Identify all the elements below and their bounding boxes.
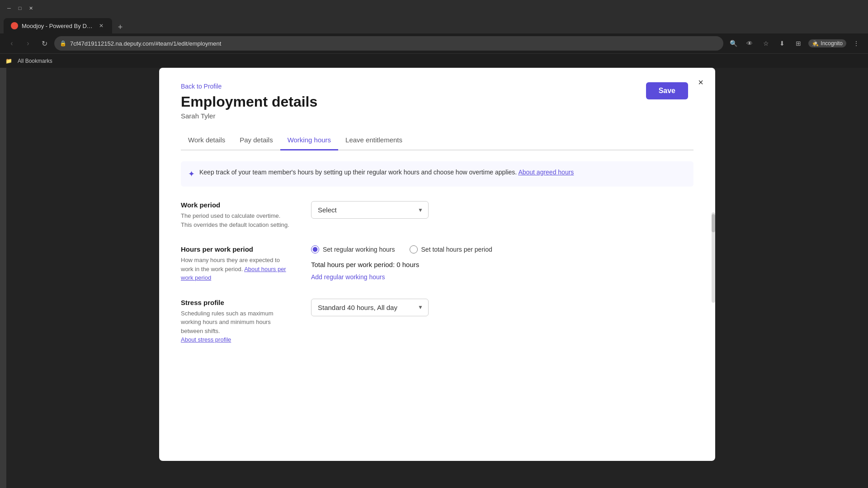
hours-per-period-control-col: Set regular working hours Set total hour… [311,245,693,282]
about-agreed-hours-link[interactable]: About agreed hours [518,169,574,176]
info-sparkle-icon: ✦ [188,168,195,180]
incognito-icon: 🕵 [812,40,819,47]
work-period-desc: The period used to calculate overtime. T… [181,211,289,229]
stress-profile-row: Stress profile Scheduling rules such as … [181,299,693,344]
about-stress-profile-link[interactable]: About stress profile [181,336,231,343]
work-period-row: Work period The period used to calculate… [181,201,693,229]
add-regular-working-hours-link[interactable]: Add regular working hours [311,273,385,281]
nav-icons: 🔍 👁 ☆ ⬇ ⊞ 🕵 Incognito ⋮ [727,37,863,50]
set-regular-hours-label: Set regular working hours [323,246,395,253]
work-period-label: Work period [181,201,289,209]
work-period-select[interactable]: Select Weekly Fortnightly Monthly [311,201,429,219]
hours-per-period-label-col: Hours per work period How many hours the… [181,245,289,282]
tab-leave-entitlements[interactable]: Leave entitlements [338,131,410,150]
scrollbar-thumb[interactable] [712,214,715,232]
tabs-container: Work details Pay details Working hours L… [181,131,693,150]
modal-overlay: × Back to Profile Employment details Sar… [6,68,868,488]
stress-profile-label-col: Stress profile Scheduling rules such as … [181,299,289,344]
bookmark-star-button[interactable]: ☆ [760,37,772,50]
work-period-select-wrapper: Select Weekly Fortnightly Monthly ▼ [311,201,429,219]
browser-tab-active[interactable]: Moodjoy - Powered By Deputy ✕ [4,18,112,33]
employment-details-modal: × Back to Profile Employment details Sar… [159,68,715,461]
tab-title: Moodjoy - Powered By Deputy [22,23,94,29]
maximize-button[interactable]: □ [16,5,24,12]
back-to-profile-link[interactable]: Back to Profile [181,83,222,90]
extension-button[interactable]: ⊞ [792,37,805,50]
window-controls[interactable]: ─ □ ✕ [5,5,34,12]
new-tab-button[interactable]: + [114,21,127,33]
hours-per-period-row: Hours per work period How many hours the… [181,245,693,282]
set-regular-hours-option[interactable]: Set regular working hours [311,245,395,253]
stress-profile-label: Stress profile [181,299,289,306]
close-window-button[interactable]: ✕ [27,5,34,12]
reader-mode-button[interactable]: 👁 [743,37,756,50]
stress-profile-select[interactable]: Standard 40 hours, All day Custom [311,299,429,316]
work-period-control-col: Select Weekly Fortnightly Monthly ▼ [311,201,693,229]
search-button[interactable]: 🔍 [727,37,740,50]
total-hours-summary: Total hours per work period: 0 hours [311,261,693,268]
bookmarks-all-label[interactable]: All Bookmarks [18,58,52,64]
set-total-hours-option[interactable]: Set total hours per period [410,245,492,253]
bookmarks-folder-icon: 📁 [5,58,12,64]
tab-close-button[interactable]: ✕ [98,22,105,29]
forward-button[interactable]: › [22,37,34,50]
scrollbar[interactable] [712,212,715,303]
menu-button[interactable]: ⋮ [850,37,863,50]
stress-profile-desc: Scheduling rules such as maximum working… [181,309,289,344]
tab-work-details[interactable]: Work details [181,131,232,150]
incognito-badge[interactable]: 🕵 Incognito [808,39,846,47]
tab-bar: Moodjoy - Powered By Deputy ✕ + [0,16,868,33]
refresh-button[interactable]: ↻ [38,37,51,50]
nav-bar: ‹ › ↻ 🔒 7cf47d19112152.na.deputy.com/#te… [0,33,868,53]
hours-type-radio-group: Set regular working hours Set total hour… [311,245,693,253]
stress-profile-control-col: Standard 40 hours, All day Custom ▼ [311,299,693,344]
set-total-hours-label: Set total hours per period [421,246,492,253]
address-bar[interactable]: 🔒 7cf47d19112152.na.deputy.com/#team/1/e… [54,36,723,51]
info-box-text: Keep track of your team member's hours b… [199,168,574,177]
work-period-label-col: Work period The period used to calculate… [181,201,289,229]
set-regular-hours-radio[interactable] [311,245,319,253]
tab-favicon [11,22,18,29]
hours-per-period-desc: How many hours they are expected to work… [181,256,289,282]
back-button[interactable]: ‹ [5,37,18,50]
modal-close-button[interactable]: × [693,75,708,89]
minimize-button[interactable]: ─ [5,5,13,12]
url-text: 7cf47d19112152.na.deputy.com/#team/1/edi… [70,40,718,47]
browser-chrome: ─ □ ✕ Moodjoy - Powered By Deputy ✕ + ‹ … [0,0,868,68]
hours-per-period-label: Hours per work period [181,245,289,253]
modal-title: Employment details [181,94,693,110]
set-total-hours-radio[interactable] [410,245,418,253]
save-button[interactable]: Save [646,82,688,99]
title-bar: ─ □ ✕ [0,0,868,16]
tab-working-hours[interactable]: Working hours [280,131,338,150]
incognito-label: Incognito [821,40,843,47]
info-box: ✦ Keep track of your team member's hours… [181,161,693,187]
stress-profile-select-wrapper: Standard 40 hours, All day Custom ▼ [311,299,429,316]
security-lock-icon: 🔒 [60,40,66,47]
bookmarks-bar: 📁 All Bookmarks [0,53,868,68]
download-button[interactable]: ⬇ [776,37,788,50]
tab-pay-details[interactable]: Pay details [232,131,280,150]
employee-name: Sarah Tyler [181,112,693,120]
